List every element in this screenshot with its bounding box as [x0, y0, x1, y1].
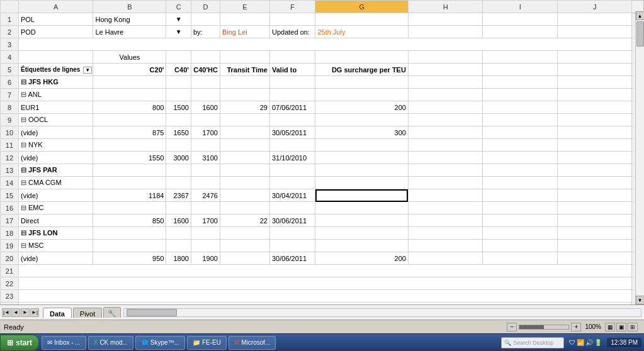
cell-c17[interactable]: 1600 — [166, 214, 191, 227]
cell-f18[interactable] — [269, 227, 315, 240]
cell-b8[interactable]: 800 — [93, 101, 166, 114]
col-header-g[interactable]: G — [315, 1, 409, 13]
cell-h4[interactable] — [408, 51, 483, 64]
cell-h2[interactable] — [408, 26, 483, 38]
cell-i4[interactable] — [483, 51, 558, 64]
search-box[interactable]: 🔍 Search Desktop — [501, 337, 564, 348]
cell-e12[interactable] — [220, 152, 269, 164]
cell-c18[interactable] — [166, 227, 191, 240]
tab-pivot[interactable]: Pivot — [73, 308, 102, 318]
cell-g5[interactable]: DG surcharge per TEU — [315, 64, 409, 76]
cell-g15[interactable] — [315, 189, 409, 202]
cell-h11[interactable] — [408, 139, 483, 152]
cell-i8[interactable] — [483, 101, 558, 114]
cell-h5[interactable] — [408, 64, 483, 76]
cell-g2[interactable]: 25th July — [315, 26, 409, 38]
cell-i20[interactable] — [483, 252, 558, 265]
cell-c9[interactable] — [166, 114, 191, 126]
cell-g14[interactable] — [315, 177, 409, 189]
cell-f17[interactable]: 30/06/2011 — [269, 214, 315, 227]
cell-g17[interactable] — [315, 214, 409, 227]
cell-h9[interactable] — [408, 114, 483, 126]
cell-j13[interactable] — [557, 164, 632, 177]
cell-g6[interactable] — [315, 76, 409, 89]
cell-h7[interactable] — [408, 89, 483, 101]
cell-g9[interactable] — [315, 114, 409, 126]
cell-a19[interactable]: ⊟ MSC — [18, 240, 93, 252]
cell-j16[interactable] — [557, 202, 632, 214]
cell-i18[interactable] — [483, 227, 558, 240]
cell-d2[interactable]: by: — [191, 26, 220, 38]
cell-f2[interactable]: Updated on: — [269, 26, 315, 38]
cell-g1[interactable] — [315, 13, 409, 26]
cell-g12[interactable] — [315, 152, 409, 164]
cell-e5[interactable]: Transit Time — [220, 64, 269, 76]
cell-b14[interactable] — [93, 177, 166, 189]
cell-d17[interactable]: 1700 — [191, 214, 220, 227]
taskbar-btn-inbox[interactable]: ✉ Inbox - ... — [42, 336, 86, 350]
cell-f6[interactable] — [269, 76, 315, 89]
cell-a15[interactable]: (vide) — [18, 189, 93, 202]
cell-e9[interactable] — [220, 114, 269, 126]
normal-view-icon[interactable]: ▦ — [605, 323, 615, 332]
cell-c5[interactable]: C40' — [166, 64, 191, 76]
cell-e14[interactable] — [220, 177, 269, 189]
cell-d12[interactable]: 3100 — [191, 152, 220, 164]
tab-extra[interactable]: 🔧 — [103, 307, 121, 318]
cell-j15[interactable] — [557, 189, 632, 202]
cell-a10[interactable]: (vide) — [18, 126, 93, 139]
page-layout-icon[interactable]: ▣ — [616, 323, 626, 332]
cell-a11[interactable]: ⊟ NYK — [18, 139, 93, 152]
cell-d9[interactable] — [191, 114, 220, 126]
cell-b9[interactable] — [93, 114, 166, 126]
tab-next-btn[interactable]: ► — [21, 308, 30, 317]
cell-d14[interactable] — [191, 177, 220, 189]
cell-j2[interactable] — [557, 26, 632, 38]
cell-b6[interactable] — [93, 76, 166, 89]
cell-c14[interactable] — [166, 177, 191, 189]
cell-c12[interactable]: 3000 — [166, 152, 191, 164]
filter-btn-a5[interactable]: ▼ — [83, 67, 92, 74]
cell-d1[interactable] — [191, 13, 220, 26]
cell-c10[interactable]: 1650 — [166, 126, 191, 139]
cell-i2[interactable] — [483, 26, 558, 38]
cell-c1[interactable]: ▼ — [166, 13, 191, 26]
cell-h20[interactable] — [408, 252, 483, 265]
cell-f11[interactable] — [269, 139, 315, 152]
cell-i5[interactable] — [483, 64, 558, 76]
cell-a1[interactable]: POL — [18, 13, 93, 26]
cell-j4[interactable] — [557, 51, 632, 64]
cell-a6[interactable]: ⊟ JFS HKG — [18, 76, 93, 89]
cell-c2[interactable]: ▼ — [166, 26, 191, 38]
cell-h19[interactable] — [408, 240, 483, 252]
hscroll[interactable] — [123, 308, 641, 317]
cell-e13[interactable] — [220, 164, 269, 177]
col-header-d[interactable]: D — [191, 1, 220, 13]
cell-a14[interactable]: ⊟ CMA CGM — [18, 177, 93, 189]
cell-d19[interactable] — [191, 240, 220, 252]
col-header-e[interactable]: E — [220, 1, 269, 13]
taskbar-btn-feeu[interactable]: 📁 FE-EU — [187, 336, 227, 350]
cell-e10[interactable] — [220, 126, 269, 139]
cell-d5[interactable]: C40'HC — [191, 64, 220, 76]
cell-f7[interactable] — [269, 89, 315, 101]
scroll-thumb[interactable] — [636, 21, 644, 47]
cell-j8[interactable] — [557, 101, 632, 114]
cell-j1[interactable] — [557, 13, 632, 26]
cell-b7[interactable] — [93, 89, 166, 101]
cell-d7[interactable] — [191, 89, 220, 101]
cell-e8[interactable]: 29 — [220, 101, 269, 114]
cell-g8[interactable]: 200 — [315, 101, 409, 114]
cell-h12[interactable] — [408, 152, 483, 164]
col-header-i[interactable]: I — [483, 1, 558, 13]
cell-b1[interactable]: Hong Kong — [93, 13, 166, 26]
cell-e2[interactable]: Bing Lei — [220, 26, 269, 38]
cell-row21[interactable] — [18, 265, 631, 277]
cell-h1[interactable] — [408, 13, 483, 26]
cell-d16[interactable] — [191, 202, 220, 214]
cell-g10[interactable]: 300 — [315, 126, 409, 139]
cell-g7[interactable] — [315, 89, 409, 101]
col-header-b[interactable]: B — [93, 1, 166, 13]
cell-b15[interactable]: 1184 — [93, 189, 166, 202]
cell-f10[interactable]: 30/05/2011 — [269, 126, 315, 139]
